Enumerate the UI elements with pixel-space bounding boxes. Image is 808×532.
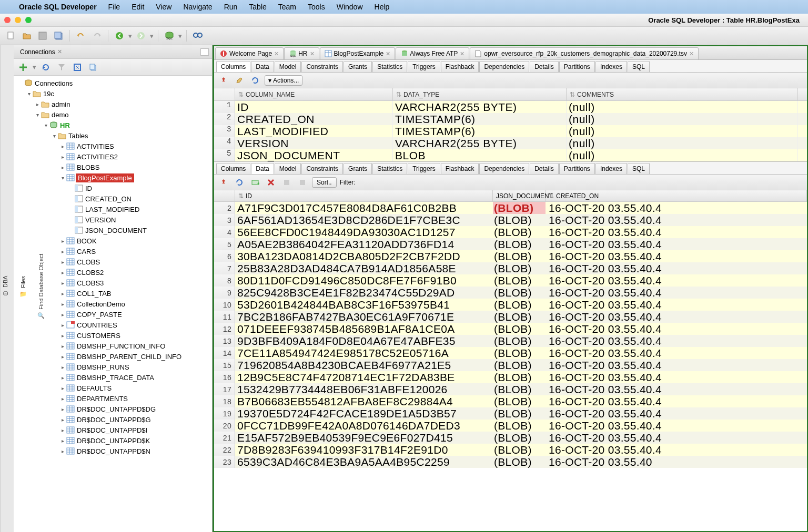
editor-tab[interactable]: Welcome Page ✕ — [215, 47, 284, 59]
subtab-constraints[interactable]: Constraints — [301, 61, 343, 72]
close-icon[interactable]: ✕ — [274, 50, 279, 57]
data-header-json[interactable]: JSON_DOCUMENT — [493, 190, 546, 201]
copy-connection-icon[interactable] — [87, 61, 99, 74]
subtab-grants[interactable]: Grants — [344, 61, 372, 72]
subtab-grants[interactable]: Grants — [344, 163, 372, 174]
rail-files[interactable]: 📁Files — [18, 272, 28, 300]
data-row[interactable]: 17 1532429B7734448EB06F31ABFE120026 (BLO… — [214, 383, 807, 395]
col-header-name[interactable]: ⇅COLUMN_NAME — [235, 88, 393, 100]
tree-item[interactable]: ▸ DBMSHP_TRACE_DATA — [14, 372, 212, 383]
subtab-dependencies[interactable]: Dependencies — [479, 61, 529, 72]
close-icon[interactable]: ✕ — [57, 48, 62, 55]
data-row[interactable]: 22 7D8B9283F639410993F317B14F2E91D0 (BLO… — [214, 444, 807, 456]
forward-icon[interactable] — [134, 29, 148, 43]
data-row[interactable]: 10 53D2601B424844BAB8C3F16F53975B41 (BLO… — [214, 299, 807, 311]
subtab-statistics[interactable]: Statistics — [372, 61, 407, 72]
menu-view[interactable]: View — [156, 3, 171, 11]
close-icon[interactable]: ✕ — [386, 50, 390, 57]
refresh-icon[interactable] — [39, 61, 52, 74]
data-header-created[interactable]: ⇅CREATED_ON — [546, 190, 807, 201]
subtab-flashback[interactable]: Flashback — [441, 61, 479, 72]
editor-tab[interactable]: Always Free ATP ✕ — [396, 47, 469, 59]
tree-item[interactable]: Connections — [14, 78, 212, 88]
tree-item[interactable]: ▸ DR$DOC_UNTAPPD$G — [14, 414, 212, 425]
tree-item[interactable]: CREATED_ON — [14, 193, 212, 204]
rollback-icon[interactable] — [296, 176, 309, 189]
commit-icon[interactable] — [280, 176, 293, 189]
pin-icon[interactable] — [217, 176, 230, 189]
data-row[interactable]: 12 071DEEEF938745B485689B1AF8A1CE0A (BLO… — [214, 323, 807, 335]
columns-row[interactable]: 3 LAST_MODIFIED TIMESTAMP(6) (null) — [214, 125, 807, 137]
save-icon[interactable] — [36, 29, 49, 43]
data-row[interactable]: 3 6AF561AD13654E3D8CD286DE1F7CBE3C (BLOB… — [214, 214, 807, 226]
insert-row-icon[interactable]: + — [249, 176, 261, 189]
back-icon[interactable] — [113, 29, 126, 43]
redo-icon[interactable] — [90, 29, 104, 43]
actions-dropdown[interactable]: ▾Actions... — [265, 75, 302, 86]
refresh-icon[interactable] — [249, 74, 261, 87]
filter-icon[interactable] — [55, 61, 68, 74]
connections-tab[interactable]: Connections ✕ — [17, 47, 65, 57]
delete-row-icon[interactable] — [265, 176, 277, 189]
columns-row[interactable]: 5 JSON_DOCUMENT BLOB (null) — [214, 149, 807, 161]
tree-item[interactable]: ▸ ACTIVITIES — [14, 141, 212, 151]
tree-item[interactable]: ▸ DR$DOC_UNTAPPD$I — [14, 425, 212, 435]
tree-item[interactable]: ▾ Tables — [14, 130, 212, 141]
tree-item[interactable]: ▾ HR — [14, 120, 212, 130]
subtab-partitions[interactable]: Partitions — [559, 61, 595, 72]
subtab-constraints[interactable]: Constraints — [301, 163, 343, 174]
open-icon[interactable] — [20, 29, 34, 43]
close-icon[interactable]: ✕ — [689, 50, 694, 57]
data-row[interactable]: 15 719620854A8B4230BCAEB4F6977A21E5 (BLO… — [214, 359, 807, 371]
tree-item[interactable]: ▸ BOOK — [14, 236, 212, 246]
close-icon[interactable]: ✕ — [310, 50, 315, 57]
columns-row[interactable]: 4 VERSION VARCHAR2(255 BYTE) (null) — [214, 137, 807, 149]
data-row[interactable]: 5 A05AE2B3864042FEA31120ADD736FD14 (BLOB… — [214, 238, 807, 250]
col-header-type[interactable]: ⇅DATA_TYPE — [393, 88, 567, 100]
save-all-icon[interactable] — [52, 29, 65, 43]
col-header-comments[interactable]: ⇅COMMENTS — [567, 88, 798, 100]
app-name[interactable]: Oracle SQL Developer — [19, 3, 97, 11]
data-row[interactable]: 21 E15AF572B9EB40539F9EC9E6F027D415 (BLO… — [214, 432, 807, 444]
data-row[interactable]: 11 7BC2B186FAB7427BA30EC61A9F70671E (BLO… — [214, 311, 807, 323]
subtab-triggers[interactable]: Triggers — [408, 163, 440, 174]
subtab-details[interactable]: Details — [530, 61, 559, 72]
tree-item[interactable]: VERSION — [14, 214, 212, 225]
tree-item[interactable]: JSON_DOCUMENT — [14, 225, 212, 236]
close-window-button[interactable] — [4, 17, 11, 23]
data-row[interactable]: 2 A71F9C3D017C457E8084D8AF61C0B2BB (BLOB… — [214, 202, 807, 214]
rail-find-db-object[interactable]: 🔍Find Database Object — [36, 251, 46, 322]
tree-item[interactable]: ▸ DBMSHP_RUNS — [14, 362, 212, 372]
subtab-details[interactable]: Details — [530, 163, 559, 174]
new-connection-icon[interactable] — [17, 61, 29, 74]
editor-tab[interactable]: BlogPostExample ✕ — [320, 47, 396, 59]
tree-item[interactable]: ▸ DR$DOC_UNTAPPD$N — [14, 446, 212, 456]
subtab-partitions[interactable]: Partitions — [559, 163, 595, 174]
tree-item[interactable]: ▸ CUSTOMERS — [14, 330, 212, 341]
columns-row[interactable]: 1 ID VARCHAR2(255 BYTE) (null) — [214, 101, 807, 113]
data-row[interactable]: 20 0FCC71DB99FE42A0A8D076146DA7DED3 (BLO… — [214, 420, 807, 432]
tree-item[interactable]: ▸ DBMSHP_FUNCTION_INFO — [14, 341, 212, 351]
tree-item[interactable]: ▸ DR$DOC_UNTAPPD$K — [14, 435, 212, 446]
subtab-columns[interactable]: Columns — [216, 163, 250, 174]
subtab-data[interactable]: Data — [251, 61, 274, 72]
sql-icon[interactable]: SQL — [163, 29, 176, 43]
close-icon[interactable]: ✕ — [460, 50, 464, 57]
subtab-dependencies[interactable]: Dependencies — [479, 163, 529, 174]
subtab-indexes[interactable]: Indexes — [595, 163, 627, 174]
tree-item[interactable]: ID — [14, 183, 212, 193]
subtab-columns[interactable]: Columns — [216, 61, 250, 72]
new-icon[interactable] — [4, 29, 18, 43]
tree-item[interactable]: ▸ DBMSHP_PARENT_CHILD_INFO — [14, 351, 212, 362]
columns-row[interactable]: 2 CREATED_ON TIMESTAMP(6) (null) — [214, 113, 807, 125]
tree-item[interactable]: ▸ DEPARTMENTS — [14, 393, 212, 404]
find-icon[interactable] — [191, 29, 205, 43]
menu-tools[interactable]: Tools — [308, 3, 325, 11]
subtab-indexes[interactable]: Indexes — [595, 61, 627, 72]
minimize-window-button[interactable] — [15, 17, 21, 23]
menu-edit[interactable]: Edit — [132, 3, 144, 11]
menu-run[interactable]: Run — [224, 3, 238, 11]
data-row[interactable]: 19 19370E5D724F42FCACE189DE1A5D3B57 (BLO… — [214, 407, 807, 420]
data-row[interactable]: 7 25B83A28D3AD484CA7B914AD1856A58E (BLOB… — [214, 262, 807, 274]
tree-item[interactable]: ▸ DR$DOC_UNTAPPD$DG — [14, 404, 212, 414]
